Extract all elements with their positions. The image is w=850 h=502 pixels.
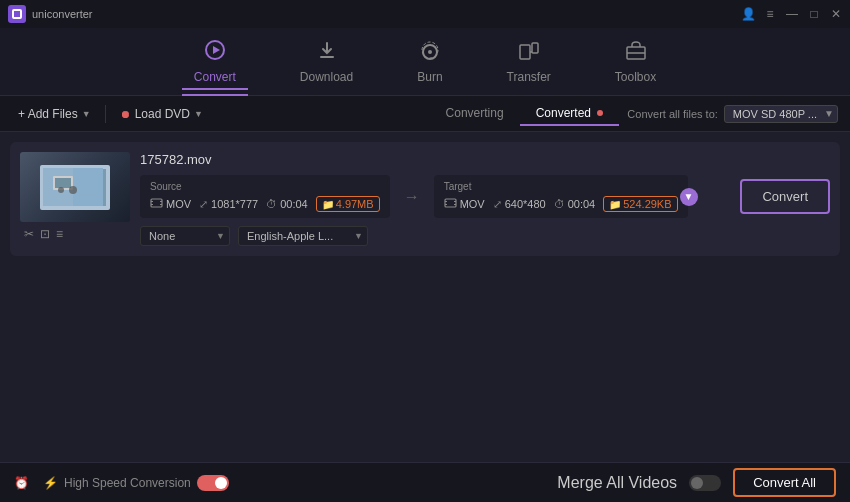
film-icon-source (150, 197, 163, 211)
convert-all-button[interactable]: Convert All (733, 468, 836, 497)
source-label: Source (150, 181, 380, 192)
schedule-item[interactable]: ⏰ (14, 476, 29, 490)
target-duration: 00:04 (568, 198, 596, 210)
add-files-arrow: ▼ (82, 109, 91, 119)
app-name: uniconverter (32, 8, 93, 20)
target-expand-button[interactable]: ▼ (680, 188, 698, 206)
toolbar-tabs: Converting Converted (430, 102, 620, 126)
load-dvd-label: Load DVD (135, 107, 190, 121)
format-arrow-icon: ▼ (824, 108, 834, 119)
target-meta: MOV ⤢ 640*480 ⏱ 00:04 📁 524.29KB (444, 196, 678, 212)
merge-label: Merge All Videos (557, 474, 677, 492)
load-dvd-button[interactable]: ⏺ Load DVD ▼ (114, 104, 209, 124)
subtitle-select[interactable]: None (140, 226, 230, 246)
menu-icon[interactable]: ≡ (764, 8, 776, 20)
speed-toggle[interactable] (197, 475, 229, 491)
source-size: 4.97MB (336, 198, 374, 210)
add-files-button[interactable]: + Add Files ▼ (12, 104, 97, 124)
audio-value: English-Apple L... (247, 230, 333, 242)
source-res-item: ⤢ 1081*777 (199, 198, 258, 211)
nav-toolbox-label: Toolbox (615, 70, 656, 84)
toolbar-separator-1 (105, 105, 106, 123)
format-select-wrap: MOV SD 480P ... ▼ (724, 105, 838, 123)
toolbar-right: Convert all files to: MOV SD 480P ... ▼ (627, 105, 838, 123)
nav-transfer[interactable]: Transfer (495, 33, 563, 90)
tab-converting[interactable]: Converting (430, 102, 520, 126)
svg-point-15 (58, 187, 64, 193)
toolbar: + Add Files ▼ ⏺ Load DVD ▼ Converting Co… (0, 96, 850, 132)
maximize-button[interactable]: □ (808, 8, 820, 20)
file-thumbnail (20, 152, 130, 222)
target-res-item: ⤢ 640*480 (493, 198, 546, 211)
nav-burn[interactable]: Burn (405, 33, 454, 90)
file-item: ✂ ⊡ ≡ 175782.mov Source (10, 142, 840, 256)
close-button[interactable]: ✕ (830, 8, 842, 20)
thumb-controls: ✂ ⊡ ≡ (20, 227, 130, 241)
source-format-item: MOV (150, 197, 191, 211)
subtitle-value: None (149, 230, 175, 242)
user-icon[interactable]: 👤 (742, 8, 754, 20)
svg-rect-16 (151, 199, 162, 207)
source-duration: 00:04 (280, 198, 308, 210)
nav-convert[interactable]: Convert (182, 33, 248, 90)
main-content: ✂ ⊡ ≡ 175782.mov Source (0, 132, 850, 462)
clock-icon-source: ⏱ (266, 198, 277, 210)
target-box: Target (434, 175, 688, 218)
thumb-wrap: ✂ ⊡ ≡ (20, 152, 130, 241)
toolbar-left: + Add Files ▼ ⏺ Load DVD ▼ (12, 104, 422, 124)
target-label: Target (444, 181, 678, 192)
nav-download-wrap: Download (288, 33, 365, 90)
conversion-row: Source (140, 175, 830, 218)
target-res: 640*480 (505, 198, 546, 210)
file-info: 175782.mov Source (140, 152, 830, 246)
merge-toggle-thumb (691, 477, 703, 489)
bottom-left: ⏰ ⚡ High Speed Conversion (14, 475, 229, 491)
clock-icon-target: ⏱ (554, 198, 565, 210)
nav-toolbox[interactable]: Toolbox (603, 33, 668, 90)
convert-button[interactable]: Convert (740, 179, 830, 214)
svg-point-4 (428, 50, 432, 54)
thumb-inner (20, 152, 130, 222)
bottom-right: Merge All Videos Convert All (557, 468, 836, 497)
target-format: MOV (460, 198, 485, 210)
crop-icon[interactable]: ⊡ (40, 227, 50, 241)
tab-converted[interactable]: Converted (520, 102, 620, 126)
nav-transfer-label: Transfer (507, 70, 551, 84)
svg-rect-6 (520, 45, 530, 59)
audio-select[interactable]: English-Apple L... (238, 226, 368, 246)
svg-marker-1 (213, 46, 220, 54)
resize-icon-target: ⤢ (493, 198, 502, 211)
target-size-badge: 📁 524.29KB (603, 196, 677, 212)
svg-rect-21 (445, 199, 456, 207)
nav-convert-wrap: Convert (182, 33, 248, 90)
format-select[interactable]: MOV SD 480P ... (724, 105, 838, 123)
nav-download[interactable]: Download (288, 33, 365, 90)
target-format-item: MOV (444, 197, 485, 211)
title-bar-left: uniconverter (8, 5, 93, 23)
subtitle-select-wrap: None ▼ (140, 226, 230, 246)
speed-icon: ⚡ (43, 476, 58, 490)
file-name: 175782.mov (140, 152, 830, 167)
svg-rect-13 (55, 178, 71, 188)
convert-nav-icon (204, 39, 226, 66)
alarm-icon: ⏰ (14, 476, 29, 490)
settings-list-icon[interactable]: ≡ (56, 227, 63, 241)
converted-dot (597, 110, 603, 116)
source-size-badge: 📁 4.97MB (316, 196, 380, 212)
title-bar: uniconverter 👤 ≡ — □ ✕ (0, 0, 850, 28)
conversion-arrow-icon: → (400, 188, 424, 206)
nav-bar: Convert Download Burn (0, 28, 850, 96)
thumb-screen (40, 165, 110, 210)
add-files-label: + Add Files (18, 107, 78, 121)
merge-toggle[interactable] (689, 475, 721, 491)
source-format: MOV (166, 198, 191, 210)
toolbox-nav-icon (625, 39, 647, 66)
film-icon-target (444, 197, 457, 211)
title-bar-right: 👤 ≡ — □ ✕ (742, 8, 842, 20)
nav-download-label: Download (300, 70, 353, 84)
nav-transfer-wrap: Transfer (495, 33, 563, 90)
minimize-button[interactable]: — (786, 8, 798, 20)
convert-all-to-label: Convert all files to: (627, 108, 717, 120)
scissors-icon[interactable]: ✂ (24, 227, 34, 241)
source-meta: MOV ⤢ 1081*777 ⏱ 00:04 📁 4.97MB (150, 196, 380, 212)
